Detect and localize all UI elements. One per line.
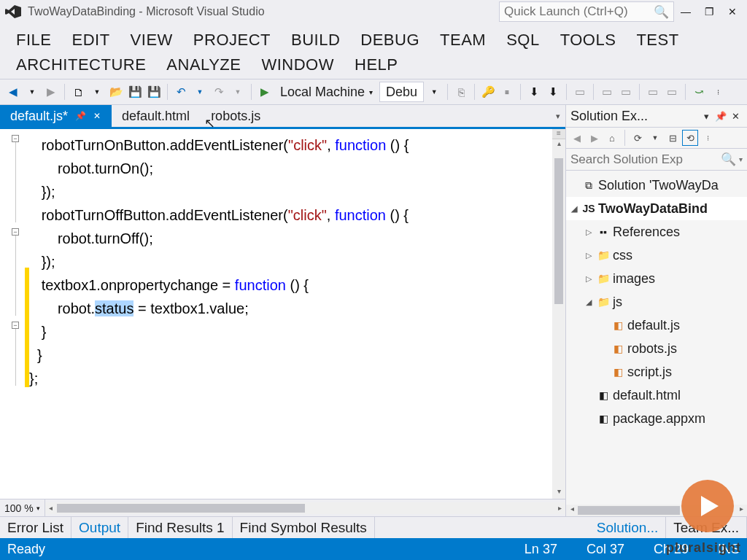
menu-view[interactable]: VIEW bbox=[120, 28, 183, 52]
menu-window[interactable]: WINDOW bbox=[251, 52, 344, 77]
collapse-toggle-icon[interactable]: − bbox=[12, 322, 19, 329]
config-drop[interactable]: ▼ bbox=[425, 83, 443, 101]
config-dropdown[interactable]: Debu bbox=[379, 82, 424, 102]
nav-fwd-button[interactable]: ▶ bbox=[42, 83, 60, 101]
nav-back-drop[interactable]: ▼ bbox=[23, 83, 41, 101]
tree-node[interactable]: ◧default.html bbox=[566, 384, 747, 407]
split-grip-icon[interactable]: ≡ bbox=[552, 129, 565, 139]
expand-icon[interactable]: ◢ bbox=[569, 204, 579, 214]
tree-node[interactable]: ◧robots.js bbox=[566, 337, 747, 360]
tree-node[interactable]: ▷📁css bbox=[566, 244, 747, 267]
collapse-toggle-icon[interactable]: − bbox=[12, 228, 19, 236]
tool-btn-10[interactable]: ▭ bbox=[663, 83, 681, 101]
toolbar-overflow[interactable]: ⁝ bbox=[709, 83, 727, 101]
menu-edit[interactable]: EDIT bbox=[61, 28, 120, 52]
tree-node[interactable]: ◧package.appxm bbox=[566, 407, 747, 430]
nav-back-button[interactable]: ◀ bbox=[4, 83, 22, 101]
panel-options-icon[interactable]: ▾ bbox=[699, 111, 713, 122]
doc-tab[interactable]: robots.js bbox=[201, 105, 271, 127]
se-overflow-icon[interactable]: ⁝ bbox=[700, 130, 716, 146]
new-drop[interactable]: ▼ bbox=[88, 83, 106, 101]
tool-btn-3[interactable]: ≡ bbox=[498, 83, 516, 101]
se-back-icon[interactable]: ◀ bbox=[569, 130, 585, 146]
expand-icon[interactable]: ▷ bbox=[584, 228, 594, 237]
menu-architecture[interactable]: ARCHITECTURE bbox=[6, 52, 156, 77]
tree-node[interactable]: ◧script.js bbox=[566, 360, 747, 384]
doc-tab[interactable]: default.html bbox=[112, 105, 201, 127]
tool-btn-8[interactable]: ▭ bbox=[617, 83, 635, 101]
open-button[interactable]: 📂 bbox=[107, 83, 125, 101]
se-refresh-icon[interactable]: ⟳ bbox=[630, 130, 646, 146]
scroll-right-icon[interactable]: ▸ bbox=[554, 504, 565, 512]
scrollbar-thumb[interactable] bbox=[554, 158, 563, 304]
menu-tools[interactable]: TOOLS bbox=[550, 28, 627, 52]
outline-gutter[interactable]: − − − bbox=[0, 129, 25, 499]
menu-test[interactable]: TEST bbox=[626, 28, 689, 52]
scrollbar-thumb[interactable] bbox=[57, 504, 305, 513]
se-fwd-icon[interactable]: ▶ bbox=[587, 130, 603, 146]
undo-button[interactable]: ↶ bbox=[172, 83, 190, 101]
expand-icon[interactable]: ▷ bbox=[584, 274, 594, 284]
scroll-down-icon[interactable]: ▾ bbox=[552, 487, 565, 499]
se-home-icon[interactable]: ⌂ bbox=[604, 130, 620, 146]
menu-debug[interactable]: DEBUG bbox=[350, 28, 430, 52]
bottom-tab[interactable]: Solution... bbox=[589, 517, 667, 538]
code-editor[interactable]: − − − robotTurnOnButton.addEventListener… bbox=[0, 127, 565, 499]
close-button[interactable]: ✕ bbox=[721, 3, 744, 20]
menu-build[interactable]: BUILD bbox=[281, 28, 350, 52]
tool-btn-6[interactable]: ▭ bbox=[571, 83, 589, 101]
restore-button[interactable]: ❐ bbox=[697, 3, 721, 20]
debug-target-dropdown[interactable]: Local Machine▾ bbox=[275, 82, 378, 101]
new-item-button[interactable]: 🗋 bbox=[69, 83, 87, 101]
scroll-up-icon[interactable]: ▴ bbox=[552, 139, 565, 151]
se-collapse-icon[interactable]: ⊟ bbox=[665, 130, 681, 146]
play-overlay-icon[interactable] bbox=[681, 480, 734, 532]
pin-icon[interactable]: 📌 bbox=[75, 111, 86, 121]
zoom-dropdown[interactable]: 100 %▾ bbox=[0, 499, 45, 516]
tree-node[interactable]: ⧉Solution 'TwoWayDa bbox=[566, 174, 747, 197]
horizontal-scrollbar[interactable]: ◂ ▸ bbox=[45, 502, 565, 514]
tab-overflow-icon[interactable]: ▾ bbox=[551, 105, 565, 127]
menu-sql[interactable]: SQL bbox=[496, 28, 550, 52]
close-icon[interactable]: ✕ bbox=[728, 111, 743, 122]
tree-node[interactable]: ◢📁js bbox=[566, 290, 747, 314]
tree-node[interactable]: ▷▪▪References bbox=[566, 220, 747, 244]
se-sync-icon[interactable]: ⟲ bbox=[682, 130, 698, 146]
start-debug-button[interactable]: ▶ bbox=[256, 83, 274, 101]
bottom-tab[interactable]: Find Results 1 bbox=[128, 517, 232, 538]
tree-node[interactable]: ◢JSTwoWayDataBind bbox=[566, 197, 747, 220]
close-icon[interactable]: ✕ bbox=[93, 111, 101, 121]
tool-btn-2[interactable]: 🔑 bbox=[479, 83, 497, 101]
solution-explorer-search[interactable]: Search Solution Exp 🔍 ▾ bbox=[566, 149, 747, 171]
tool-btn-5[interactable]: ⬇ bbox=[544, 83, 562, 101]
save-all-button[interactable]: 💾 bbox=[145, 83, 163, 101]
tool-btn-7[interactable]: ▭ bbox=[598, 83, 616, 101]
quick-launch-input[interactable]: Quick Launch (Ctrl+Q) 🔍 bbox=[499, 1, 674, 22]
bottom-tab[interactable]: Error List bbox=[0, 517, 71, 538]
vertical-scrollbar[interactable]: ≡ ▴ ▾ bbox=[552, 129, 565, 499]
expand-icon[interactable]: ◢ bbox=[584, 298, 594, 307]
menu-project[interactable]: PROJECT bbox=[183, 28, 281, 52]
tree-node[interactable]: ▷📁images bbox=[566, 267, 747, 290]
se-drop-icon[interactable]: ▼ bbox=[647, 130, 663, 146]
code-content[interactable]: robotTurnOnButton.addEventListener("clic… bbox=[29, 129, 552, 499]
search-drop-icon[interactable]: ▾ bbox=[739, 155, 743, 163]
redo-button[interactable]: ↷ bbox=[210, 83, 228, 101]
expand-icon[interactable]: ▷ bbox=[584, 251, 594, 260]
menu-file[interactable]: FILE bbox=[6, 28, 61, 52]
undo-drop[interactable]: ▼ bbox=[191, 83, 209, 101]
tool-btn-9[interactable]: ▭ bbox=[644, 83, 662, 101]
menu-analyze[interactable]: ANALYZE bbox=[156, 52, 251, 77]
bottom-tab[interactable]: Find Symbol Results bbox=[233, 517, 375, 538]
redo-drop[interactable]: ▼ bbox=[229, 83, 247, 101]
doc-tab[interactable]: default.js*📌✕ bbox=[0, 105, 112, 127]
scroll-left-icon[interactable]: ◂ bbox=[45, 504, 57, 512]
tool-btn-1[interactable]: ⎘ bbox=[452, 83, 470, 101]
pin-icon[interactable]: 📌 bbox=[713, 111, 728, 122]
tool-btn-11[interactable]: ⤻ bbox=[690, 83, 708, 101]
minimize-button[interactable]: — bbox=[674, 3, 697, 20]
tool-btn-4[interactable]: ⬇ bbox=[525, 83, 543, 101]
tree-node[interactable]: ◧default.js bbox=[566, 314, 747, 337]
menu-help[interactable]: HELP bbox=[344, 52, 408, 77]
save-button[interactable]: 💾 bbox=[126, 83, 144, 101]
